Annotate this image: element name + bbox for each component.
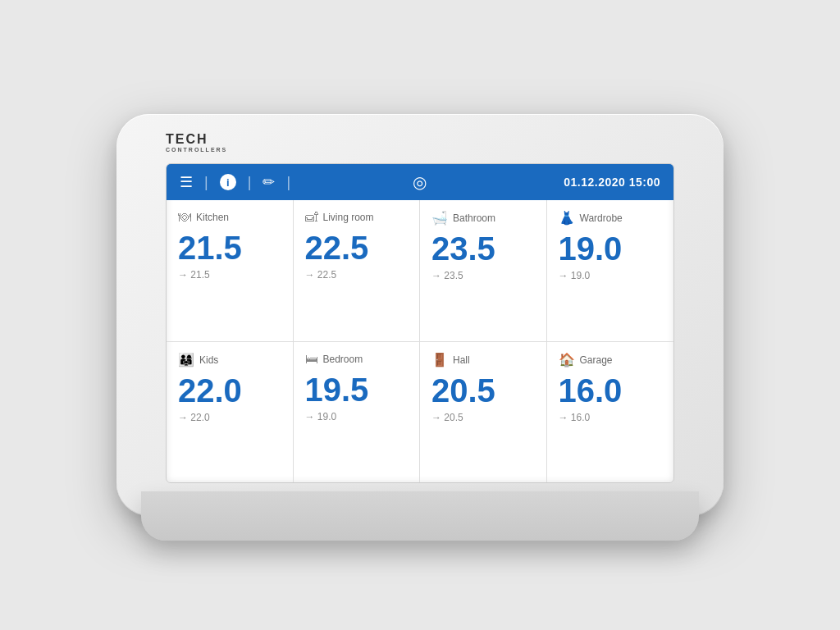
room-icon-kitchen: 🍽 <box>178 210 191 225</box>
room-icon-wardrobe: 👗 <box>559 210 575 226</box>
room-cell-hall[interactable]: 🚪 Hall 20.5 → 20.5 <box>420 342 547 483</box>
room-setpoint: → 22.0 <box>178 412 210 423</box>
logo-tech: TECH <box>166 132 227 147</box>
room-temperature: 21.5 <box>178 230 242 266</box>
room-icon-kids: 👨‍👩‍👧 <box>178 352 194 368</box>
edit-icon[interactable]: ✏ <box>262 173 275 191</box>
room-setpoint: → 20.5 <box>431 412 463 423</box>
room-setpoint: → 16.0 <box>559 412 591 423</box>
room-header: 🛏 Bedroom <box>305 352 363 367</box>
room-name: Kitchen <box>196 212 229 223</box>
target-icon: ◎ <box>413 172 427 192</box>
screen: ☰ | i | ✏ | ◎ 01.12.2020 15:00 🍽 <box>166 163 674 483</box>
room-cell-bedroom[interactable]: 🛏 Bedroom 19.5 → 19.0 <box>294 342 421 483</box>
room-icon-hall: 🚪 <box>431 352 448 368</box>
room-icon-garage: 🏠 <box>559 352 575 368</box>
menu-icon[interactable]: ☰ <box>180 173 193 191</box>
room-header: 👗 Wardrobe <box>559 210 623 226</box>
room-setpoint: → 23.5 <box>431 270 463 281</box>
room-name: Living room <box>323 212 374 223</box>
room-temperature: 20.5 <box>431 372 495 409</box>
room-setpoint: → 21.5 <box>178 269 210 281</box>
room-cell-bathroom[interactable]: 🛁 Bathroom 23.5 → 23.5 <box>420 200 547 342</box>
logo-controllers: CONTROLLERS <box>166 147 227 153</box>
room-header: 🛁 Bathroom <box>431 210 495 226</box>
room-temperature: 19.0 <box>559 231 623 267</box>
room-name: Bedroom <box>323 354 363 365</box>
topbar: ☰ | i | ✏ | ◎ 01.12.2020 15:00 <box>167 164 673 200</box>
room-temperature: 22.5 <box>305 230 369 266</box>
room-icon-bathroom: 🛁 <box>431 210 448 226</box>
room-header: 🍽 Kitchen <box>178 210 229 225</box>
room-name: Wardrobe <box>580 212 623 224</box>
room-temperature: 16.0 <box>559 372 623 409</box>
room-header: 🛋 Living room <box>305 210 374 225</box>
room-name: Bathroom <box>453 212 495 224</box>
room-setpoint: → 22.5 <box>305 269 337 281</box>
device-base <box>141 491 699 541</box>
room-name: Garage <box>580 354 613 366</box>
room-icon-living-room: 🛋 <box>305 210 318 225</box>
room-temperature: 19.5 <box>305 372 369 408</box>
datetime-display: 01.12.2020 15:00 <box>564 176 660 189</box>
room-temperature: 22.0 <box>178 372 242 409</box>
device-logo: TECH CONTROLLERS <box>166 132 227 153</box>
rooms-grid: 🍽 Kitchen 21.5 → 21.5 🛋 Living room 22.5… <box>167 200 673 483</box>
room-name: Kids <box>199 354 218 366</box>
room-cell-kitchen[interactable]: 🍽 Kitchen 21.5 → 21.5 <box>167 200 294 342</box>
room-cell-living-room[interactable]: 🛋 Living room 22.5 → 22.5 <box>294 200 421 342</box>
topbar-left: ☰ | i | ✏ | <box>180 173 340 191</box>
room-icon-bedroom: 🛏 <box>305 352 318 367</box>
device-body: TECH CONTROLLERS ☰ | i | ✏ | ◎ 01.12.2 <box>116 114 724 516</box>
room-temperature: 23.5 <box>431 231 495 267</box>
room-header: 👨‍👩‍👧 Kids <box>178 352 218 368</box>
room-setpoint: → 19.0 <box>559 270 591 281</box>
room-cell-wardrobe[interactable]: 👗 Wardrobe 19.0 → 19.0 <box>547 200 674 342</box>
info-icon[interactable]: i <box>220 174 236 190</box>
room-setpoint: → 19.0 <box>305 411 337 422</box>
room-name: Hall <box>453 354 470 366</box>
topbar-right: 01.12.2020 15:00 <box>500 176 660 189</box>
device-wrapper: TECH CONTROLLERS ☰ | i | ✏ | ◎ 01.12.2 <box>100 85 740 545</box>
room-cell-kids[interactable]: 👨‍👩‍👧 Kids 22.0 → 22.0 <box>167 342 294 483</box>
room-header: 🏠 Garage <box>559 352 613 368</box>
room-cell-garage[interactable]: 🏠 Garage 16.0 → 16.0 <box>547 342 674 483</box>
room-header: 🚪 Hall <box>431 352 470 368</box>
topbar-center: ◎ <box>340 172 500 192</box>
